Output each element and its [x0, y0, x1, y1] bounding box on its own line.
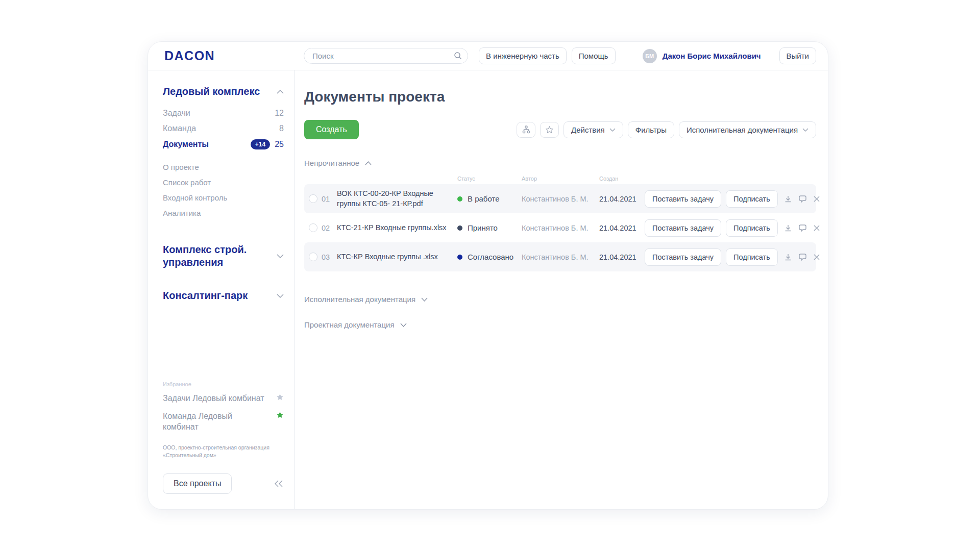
status-cell: Согласовано — [457, 253, 522, 261]
star-icon[interactable] — [276, 411, 284, 419]
collapse-sidebar-icon[interactable] — [274, 480, 284, 488]
document-name[interactable]: ВОК КТС-00-20-КР Входные группы КТС-05- … — [337, 189, 457, 209]
created-cell: 21.04.2021 — [599, 195, 645, 203]
download-icon[interactable] — [784, 195, 792, 203]
hierarchy-button[interactable] — [517, 122, 535, 138]
row-actions: Поставить задачу Подписать — [645, 190, 820, 208]
sidebar-item-worklist[interactable]: Список работ — [163, 178, 284, 187]
search-input[interactable] — [304, 48, 468, 64]
chevron-down-icon — [277, 294, 284, 298]
download-icon[interactable] — [784, 253, 792, 261]
search-box — [304, 48, 468, 64]
star-icon[interactable] — [276, 393, 284, 401]
comment-icon[interactable] — [798, 253, 807, 261]
sidebar-project-stroy[interactable]: Комплекс строй. управления — [163, 243, 284, 269]
page-title: Документы проекта — [304, 89, 816, 105]
hierarchy-icon — [522, 126, 531, 134]
status-cell: В работе — [457, 194, 522, 203]
section-label: Проектная документация — [304, 320, 395, 329]
nav-label: Задачи — [163, 109, 275, 118]
create-button[interactable]: Создать — [304, 120, 359, 139]
star-outline-icon — [545, 126, 554, 134]
sidebar-item-documents[interactable]: Документы +14 25 — [163, 139, 284, 149]
sidebar-project-consulting[interactable]: Консалтинг-парк — [163, 289, 284, 302]
close-icon[interactable] — [813, 224, 820, 232]
sign-button[interactable]: Подписать — [726, 248, 778, 266]
document-name[interactable]: КТС-КР Входные группы .xlsx — [337, 252, 457, 262]
row-checkbox[interactable] — [309, 253, 317, 261]
favorite-label: Команда Ледовый комбинат — [163, 411, 265, 433]
comment-icon[interactable] — [798, 224, 807, 232]
nav-label: Документы — [163, 140, 251, 149]
row-number: 02 — [322, 224, 337, 232]
author-cell: Константинов Б. М. — [522, 253, 599, 261]
status-dot — [457, 196, 462, 202]
all-projects-button[interactable]: Все проекты — [163, 473, 232, 494]
status-dot — [457, 226, 462, 231]
comment-icon[interactable] — [798, 195, 807, 203]
chevron-up-icon — [365, 161, 372, 165]
filters-label: Фильтры — [635, 126, 667, 134]
actions-label: Действия — [571, 126, 605, 134]
task-button[interactable]: Поставить задачу — [645, 219, 721, 237]
favorite-item-team[interactable]: Команда Ледовый комбинат — [163, 411, 284, 433]
section-unread[interactable]: Непрочитанное — [304, 159, 816, 167]
avatar: БМ — [643, 49, 657, 63]
sign-button[interactable]: Подписать — [726, 219, 778, 237]
favorite-button[interactable] — [540, 122, 559, 138]
row-number: 03 — [322, 253, 337, 261]
user-info[interactable]: БМ Дакон Борис Михайлович — [643, 49, 761, 63]
user-name: Дакон Борис Михайлович — [663, 52, 761, 60]
task-button[interactable]: Поставить задачу — [645, 248, 721, 266]
sidebar-item-about[interactable]: О проекте — [163, 163, 284, 171]
engineering-part-button[interactable]: В инженерную часть — [479, 47, 567, 64]
doc-type-dropdown[interactable]: Исполнительная документация — [679, 121, 816, 138]
table-row: 03 КТС-КР Входные группы .xlsx Согласова… — [304, 242, 816, 271]
favorite-item-tasks[interactable]: Задачи Ледовый комбинат — [163, 393, 284, 404]
author-cell: Константинов Б. М. — [522, 195, 599, 203]
table-row: 01 ВОК КТС-00-20-КР Входные группы КТС-0… — [304, 184, 816, 213]
row-number: 01 — [322, 195, 337, 203]
row-actions: Поставить задачу Подписать — [645, 219, 820, 237]
filters-button[interactable]: Фильтры — [628, 121, 674, 138]
sidebar-item-input-control[interactable]: Входной контроль — [163, 193, 284, 202]
task-button[interactable]: Поставить задачу — [645, 190, 721, 208]
download-icon[interactable] — [784, 224, 792, 232]
logout-button[interactable]: Выйти — [779, 47, 816, 64]
organization-caption: ООО, проектно-строительная организация «… — [163, 444, 270, 459]
sidebar-item-analytics[interactable]: Аналитика — [163, 209, 284, 217]
help-button[interactable]: Помощь — [572, 47, 616, 64]
chevron-up-icon — [277, 90, 284, 94]
section-design-docs[interactable]: Проектная документация — [304, 320, 816, 329]
close-icon[interactable] — [813, 254, 820, 261]
favorites-section: Избранное Задачи Ледовый комбинат Команд… — [163, 381, 284, 494]
sidebar-item-tasks[interactable]: Задачи 12 — [163, 109, 284, 118]
nav-count: 12 — [275, 109, 284, 118]
project-title-label: Комплекс строй. управления — [163, 243, 265, 269]
sidebar-project-ledovy[interactable]: Ледовый комплекс — [163, 86, 284, 97]
nav-label: Команда — [163, 124, 279, 133]
actions-dropdown[interactable]: Действия — [564, 121, 623, 138]
created-cell: 21.04.2021 — [599, 253, 645, 261]
sign-button[interactable]: Подписать — [726, 190, 778, 208]
topbar: DACON В инженерную часть Помощь БМ Дакон… — [148, 42, 828, 70]
row-checkbox[interactable] — [309, 223, 317, 232]
section-executive-docs[interactable]: Исполнительная документация — [304, 295, 816, 304]
row-checkbox[interactable] — [309, 194, 317, 203]
sidebar-item-team[interactable]: Команда 8 — [163, 124, 284, 133]
created-cell: 21.04.2021 — [599, 224, 645, 232]
project-title-label: Консалтинг-парк — [163, 289, 265, 302]
table-row: 02 КТС-21-КР Входные группы.xlsx Принято… — [304, 213, 816, 242]
author-cell: Константинов Б. М. — [522, 224, 599, 232]
favorite-label: Задачи Ледовый комбинат — [163, 393, 265, 404]
status-dot — [457, 255, 462, 260]
unread-badge: +14 — [251, 139, 270, 149]
project-title-label: Ледовый комплекс — [163, 86, 260, 97]
toolbar: Создать — [304, 120, 816, 139]
status-label: Принято — [468, 223, 498, 232]
brand-logo: DACON — [164, 48, 213, 63]
close-icon[interactable] — [813, 195, 820, 203]
section-label: Исполнительная документация — [304, 295, 415, 304]
document-name[interactable]: КТС-21-КР Входные группы.xlsx — [337, 223, 457, 233]
search-icon[interactable] — [454, 52, 462, 60]
